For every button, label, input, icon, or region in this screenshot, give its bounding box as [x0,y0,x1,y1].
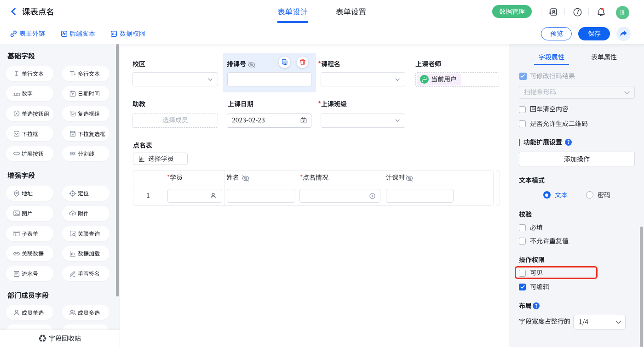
svg-text:123: 123 [13,91,20,96]
